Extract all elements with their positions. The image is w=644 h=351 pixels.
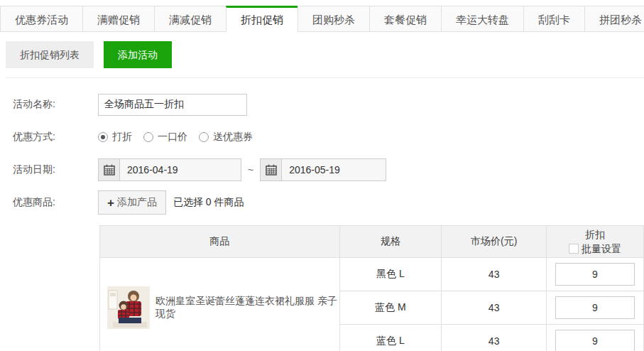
activity-name-row: 活动名称: bbox=[0, 88, 644, 121]
tab-full-reduction[interactable]: 满减促销 bbox=[154, 6, 226, 32]
radio-dazhe[interactable]: 打折 bbox=[98, 131, 132, 144]
spec-cell: 蓝色 L bbox=[339, 325, 442, 351]
col-header-discount: 折扣 批量设置 bbox=[547, 226, 644, 258]
radio-circle-icon bbox=[199, 132, 209, 142]
batch-set-checkbox[interactable] bbox=[569, 244, 579, 254]
discount-header-label: 折扣 bbox=[547, 227, 643, 242]
discount-products-table: 商品 规格 市场价(元) 折扣 批量设置 bbox=[99, 225, 644, 351]
product-image bbox=[107, 286, 150, 329]
radio-circle-icon bbox=[143, 132, 153, 142]
activity-date-label: 活动日期: bbox=[13, 163, 98, 176]
table-row: 欧洲皇室圣诞蕾丝蓬蓬连衣裙礼服服 亲子现货 黑色 L 43 bbox=[100, 258, 644, 291]
batch-set-label: 批量设置 bbox=[582, 242, 621, 256]
tab-pintuan-seckill[interactable]: 拼团秒杀 bbox=[584, 6, 644, 32]
start-date-picker[interactable]: 2016-04-19 bbox=[98, 158, 241, 181]
start-date-value: 2016-04-19 bbox=[120, 159, 185, 180]
radio-label: 打折 bbox=[112, 131, 132, 144]
price-cell: 43 bbox=[442, 291, 547, 325]
spec-cell: 蓝色 M bbox=[339, 291, 442, 325]
radio-label: 送优惠券 bbox=[213, 131, 253, 144]
discount-input[interactable] bbox=[555, 330, 635, 351]
tab-discount[interactable]: 折扣促销 bbox=[226, 6, 298, 32]
col-header-spec: 规格 bbox=[339, 226, 442, 258]
discount-cell bbox=[547, 291, 644, 325]
product-name: 欧洲皇室圣诞蕾丝蓬蓬连衣裙礼服服 亲子现货 bbox=[155, 295, 339, 320]
activity-date-row: 活动日期: 2016-04-19 ~ bbox=[0, 153, 644, 186]
add-activity-form: 活动名称: 优惠方式: 打折 一口价 送优惠券 活动日期: bbox=[0, 88, 644, 219]
radio-label: 一口价 bbox=[158, 131, 187, 144]
tab-lucky-wheel[interactable]: 幸运大转盘 bbox=[441, 6, 523, 32]
price-cell: 43 bbox=[442, 258, 547, 291]
col-header-product: 商品 bbox=[100, 226, 340, 258]
selected-count-text: 已选择 0 件商品 bbox=[173, 196, 244, 209]
tab-groupon-seckill[interactable]: 团购秒杀 bbox=[298, 6, 369, 32]
spec-cell: 黑色 L bbox=[339, 258, 442, 291]
discount-method-row: 优惠方式: 打折 一口价 送优惠券 bbox=[0, 121, 644, 153]
radio-song-coupon[interactable]: 送优惠券 bbox=[199, 131, 253, 144]
date-separator: ~ bbox=[248, 164, 253, 176]
radio-yikoujia[interactable]: 一口价 bbox=[143, 131, 187, 144]
discount-cell bbox=[547, 258, 644, 291]
plus-icon: + bbox=[107, 197, 114, 209]
price-cell: 43 bbox=[442, 325, 547, 351]
batch-set-wrap: 批量设置 bbox=[569, 242, 621, 256]
tab-package[interactable]: 套餐促销 bbox=[369, 6, 441, 32]
table-header-row: 商品 规格 市场价(元) 折扣 批量设置 bbox=[100, 226, 644, 258]
tab-full-gift[interactable]: 满赠促销 bbox=[82, 6, 154, 32]
tab-scratch-card[interactable]: 刮刮卡 bbox=[523, 6, 584, 32]
col-header-price: 市场价(元) bbox=[442, 226, 547, 258]
discount-products-row: 优惠商品: + 添加产品 已选择 0 件商品 bbox=[0, 186, 644, 219]
calendar-icon bbox=[99, 159, 120, 180]
radio-circle-icon bbox=[98, 132, 108, 142]
discount-subtab-bar: 折扣促销列表 添加活动 bbox=[6, 41, 644, 78]
discount-input[interactable] bbox=[555, 296, 635, 319]
discount-products-label: 优惠商品: bbox=[13, 196, 98, 209]
discount-input[interactable] bbox=[555, 263, 635, 286]
add-product-button-label: 添加产品 bbox=[117, 196, 157, 209]
discount-cell bbox=[547, 325, 644, 351]
discount-method-label: 优惠方式: bbox=[13, 131, 98, 144]
calendar-icon bbox=[261, 159, 282, 180]
promotion-tab-bar: 优惠券活动 满赠促销 满减促销 折扣促销 团购秒杀 套餐促销 幸运大转盘 刮刮卡… bbox=[0, 6, 644, 32]
end-date-picker[interactable]: 2016-05-19 bbox=[260, 158, 386, 181]
product-cell: 欧洲皇室圣诞蕾丝蓬蓬连衣裙礼服服 亲子现货 bbox=[100, 258, 340, 351]
subtab-add-activity[interactable]: 添加活动 bbox=[104, 41, 172, 68]
subtab-discount-list[interactable]: 折扣促销列表 bbox=[6, 41, 94, 68]
activity-name-label: 活动名称: bbox=[13, 98, 98, 111]
tab-coupon-activity[interactable]: 优惠券活动 bbox=[0, 6, 82, 32]
end-date-value: 2016-05-19 bbox=[282, 159, 347, 180]
activity-name-input[interactable] bbox=[98, 94, 247, 116]
add-product-button[interactable]: + 添加产品 bbox=[98, 190, 166, 215]
